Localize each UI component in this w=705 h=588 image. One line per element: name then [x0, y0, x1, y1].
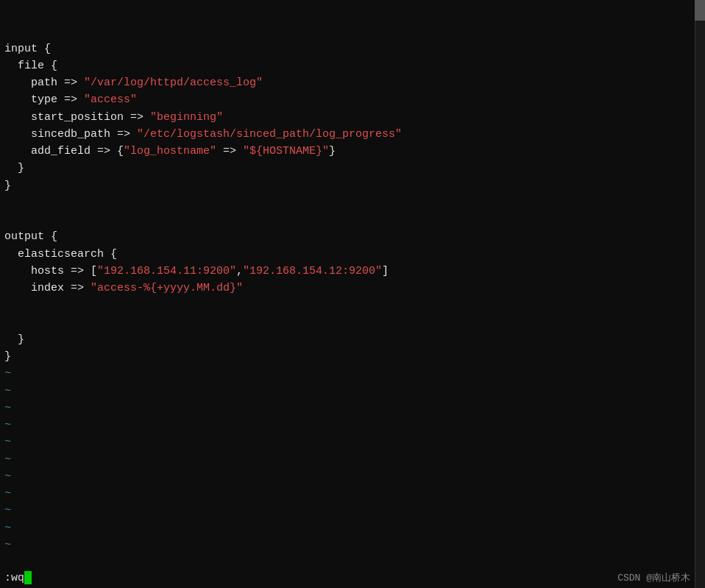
code-token: "/var/log/httpd/access_log" [84, 77, 263, 89]
code-token: ~ [4, 385, 11, 397]
code-token: add_field => { [4, 145, 124, 157]
code-token: ~ [4, 470, 11, 483]
code-token: "192.168.154.11:9200" [97, 265, 236, 277]
code-line [4, 211, 698, 228]
code-token: } [4, 162, 24, 174]
code-token: "access" [84, 93, 137, 106]
code-token: ~ [4, 402, 11, 414]
code-line: ~ [4, 451, 698, 468]
code-area: input { file { path => "/var/log/httpd/a… [0, 4, 705, 555]
code-token: ~ [4, 522, 11, 534]
code-line: ~ [4, 417, 698, 433]
code-token: input { [4, 43, 51, 55]
code-line: add_field => {"log_hostname" => "${HOSTN… [4, 143, 698, 160]
code-line: } [4, 160, 698, 177]
code-token: } [329, 145, 336, 157]
code-token: type => [4, 93, 84, 106]
code-token: "/etc/logstash/sinced_path/log_progress" [137, 128, 402, 141]
status-left: :wq [4, 571, 32, 584]
cursor [24, 571, 32, 584]
code-token: ~ [4, 367, 11, 380]
code-line: ~ [4, 383, 698, 400]
code-line: ~ [4, 433, 698, 450]
code-line: input { [4, 40, 698, 57]
code-token: hosts => [ [4, 265, 97, 277]
code-token: ~ [4, 419, 11, 431]
code-line: hosts => ["192.168.154.11:9200","192.168… [4, 263, 698, 280]
code-token: ~ [4, 539, 11, 551]
code-token: file { [4, 60, 57, 72]
code-line [4, 297, 698, 314]
code-token: sincedb_path => [4, 128, 137, 141]
code-line: } [4, 348, 698, 365]
code-line: output { [4, 228, 698, 245]
code-token: elasticsearch { [4, 248, 117, 261]
code-line: type => "access" [4, 91, 698, 108]
code-line: ~ [4, 520, 698, 536]
code-line: elasticsearch { [4, 246, 698, 263]
code-line: path => "/var/log/httpd/access_log" [4, 74, 698, 91]
code-token: ~ [4, 436, 11, 448]
vim-command: :wq [4, 572, 24, 584]
code-line: ~ [4, 365, 698, 382]
code-token: index => [4, 282, 91, 294]
code-line: ~ [4, 536, 698, 553]
code-line: ~ [4, 502, 698, 519]
code-token: path => [4, 77, 84, 89]
code-token: } [4, 180, 11, 192]
scrollbar[interactable] [695, 0, 705, 588]
code-line: sincedb_path => "/etc/logstash/sinced_pa… [4, 126, 698, 143]
code-token: ~ [4, 487, 11, 500]
code-token: ~ [4, 504, 11, 517]
code-token: } [4, 333, 24, 346]
code-line [4, 314, 698, 331]
code-token: ~ [4, 453, 11, 466]
scrollbar-thumb[interactable] [695, 0, 705, 21]
code-token: "beginning" [150, 111, 223, 124]
code-token: "log_hostname" [124, 145, 216, 157]
code-token: "access-%{+yyyy.MM.dd}" [91, 282, 243, 294]
code-token: "192.168.154.12:9200" [243, 265, 382, 277]
code-token: "${HOSTNAME}" [243, 145, 329, 157]
terminal: input { file { path => "/var/log/httpd/a… [0, 0, 705, 588]
code-token: } [4, 350, 11, 363]
code-token: ] [382, 265, 389, 277]
code-line: start_position => "beginning" [4, 109, 698, 126]
code-line: } [4, 331, 698, 348]
code-token: start_position => [4, 111, 150, 124]
code-token: => [216, 145, 243, 157]
watermark: CSDN @南山桥木 [617, 571, 690, 584]
code-token: output { [4, 230, 57, 243]
code-token: , [236, 265, 243, 277]
code-line: ~ [4, 485, 698, 502]
status-bar: :wq CSDN @南山桥木 [0, 567, 695, 588]
code-line: ~ [4, 400, 698, 417]
code-line: file { [4, 57, 698, 74]
code-line: } [4, 177, 698, 194]
code-line: ~ [4, 468, 698, 485]
code-line [4, 194, 698, 211]
code-line: index => "access-%{+yyyy.MM.dd}" [4, 280, 698, 297]
